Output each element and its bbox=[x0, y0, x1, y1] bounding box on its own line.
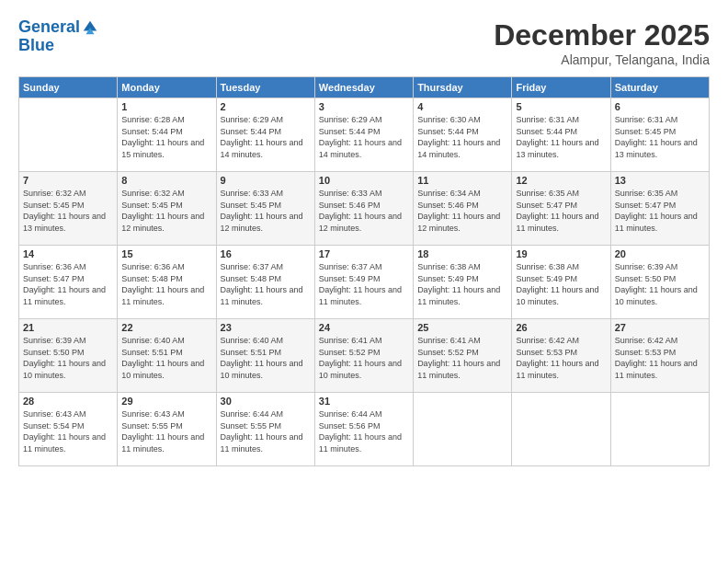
week-row-4: 21Sunrise: 6:39 AMSunset: 5:50 PMDayligh… bbox=[19, 319, 710, 393]
day-cell: 14Sunrise: 6:36 AMSunset: 5:47 PMDayligh… bbox=[19, 246, 118, 319]
day-number: 22 bbox=[121, 322, 211, 333]
col-header-saturday: Saturday bbox=[610, 77, 709, 98]
day-number: 13 bbox=[615, 175, 705, 186]
day-cell: 1Sunrise: 6:28 AMSunset: 5:44 PMDaylight… bbox=[118, 98, 216, 172]
day-number: 4 bbox=[417, 101, 507, 112]
day-cell bbox=[19, 98, 118, 172]
day-cell: 20Sunrise: 6:39 AMSunset: 5:50 PMDayligh… bbox=[610, 246, 709, 319]
logo-icon bbox=[82, 19, 98, 36]
day-cell: 17Sunrise: 6:37 AMSunset: 5:49 PMDayligh… bbox=[314, 246, 413, 319]
day-info: Sunrise: 6:35 AMSunset: 5:47 PMDaylight:… bbox=[516, 188, 606, 234]
location: Alampur, Telangana, India bbox=[494, 52, 710, 67]
day-number: 15 bbox=[121, 248, 211, 259]
day-number: 9 bbox=[221, 175, 311, 186]
day-cell bbox=[512, 393, 610, 466]
day-number: 21 bbox=[23, 322, 113, 333]
day-number: 25 bbox=[417, 322, 507, 333]
day-info: Sunrise: 6:33 AMSunset: 5:45 PMDaylight:… bbox=[221, 188, 311, 234]
day-info: Sunrise: 6:32 AMSunset: 5:45 PMDaylight:… bbox=[23, 188, 113, 234]
week-row-3: 14Sunrise: 6:36 AMSunset: 5:47 PMDayligh… bbox=[19, 246, 710, 319]
day-cell: 27Sunrise: 6:42 AMSunset: 5:53 PMDayligh… bbox=[610, 319, 709, 393]
day-cell: 25Sunrise: 6:41 AMSunset: 5:52 PMDayligh… bbox=[414, 319, 512, 393]
day-info: Sunrise: 6:38 AMSunset: 5:49 PMDaylight:… bbox=[516, 261, 606, 307]
day-info: Sunrise: 6:39 AMSunset: 5:50 PMDaylight:… bbox=[23, 335, 113, 381]
day-cell: 31Sunrise: 6:44 AMSunset: 5:56 PMDayligh… bbox=[314, 393, 413, 466]
day-info: Sunrise: 6:32 AMSunset: 5:45 PMDaylight:… bbox=[121, 188, 211, 234]
day-cell: 11Sunrise: 6:34 AMSunset: 5:46 PMDayligh… bbox=[414, 172, 512, 246]
logo: General Blue bbox=[18, 18, 98, 55]
day-info: Sunrise: 6:42 AMSunset: 5:53 PMDaylight:… bbox=[516, 335, 606, 381]
day-info: Sunrise: 6:42 AMSunset: 5:53 PMDaylight:… bbox=[615, 335, 705, 381]
title-block: December 2025 Alampur, Telangana, India bbox=[494, 18, 710, 67]
day-number: 26 bbox=[516, 322, 606, 333]
day-number: 28 bbox=[23, 396, 113, 407]
day-info: Sunrise: 6:43 AMSunset: 5:54 PMDaylight:… bbox=[23, 408, 113, 454]
week-row-1: 1Sunrise: 6:28 AMSunset: 5:44 PMDaylight… bbox=[19, 98, 710, 172]
header-row: SundayMondayTuesdayWednesdayThursdayFrid… bbox=[19, 77, 710, 98]
day-cell bbox=[610, 393, 709, 466]
day-cell: 23Sunrise: 6:40 AMSunset: 5:51 PMDayligh… bbox=[216, 319, 314, 393]
day-info: Sunrise: 6:41 AMSunset: 5:52 PMDaylight:… bbox=[319, 335, 409, 381]
day-number: 30 bbox=[221, 396, 311, 407]
day-number: 14 bbox=[23, 248, 113, 259]
day-number: 2 bbox=[221, 101, 311, 112]
day-number: 23 bbox=[221, 322, 311, 333]
day-number: 5 bbox=[516, 101, 606, 112]
logo-text-general: General bbox=[18, 18, 80, 37]
day-info: Sunrise: 6:31 AMSunset: 5:45 PMDaylight:… bbox=[615, 114, 705, 160]
day-number: 10 bbox=[319, 175, 409, 186]
day-info: Sunrise: 6:38 AMSunset: 5:49 PMDaylight:… bbox=[417, 261, 507, 307]
day-info: Sunrise: 6:36 AMSunset: 5:48 PMDaylight:… bbox=[121, 261, 211, 307]
day-cell: 2Sunrise: 6:29 AMSunset: 5:44 PMDaylight… bbox=[216, 98, 314, 172]
day-info: Sunrise: 6:43 AMSunset: 5:55 PMDaylight:… bbox=[121, 408, 211, 454]
calendar-table: SundayMondayTuesdayWednesdayThursdayFrid… bbox=[18, 76, 710, 466]
col-header-friday: Friday bbox=[512, 77, 610, 98]
day-cell: 24Sunrise: 6:41 AMSunset: 5:52 PMDayligh… bbox=[314, 319, 413, 393]
col-header-sunday: Sunday bbox=[19, 77, 118, 98]
day-number: 18 bbox=[417, 248, 507, 259]
day-cell: 16Sunrise: 6:37 AMSunset: 5:48 PMDayligh… bbox=[216, 246, 314, 319]
day-info: Sunrise: 6:35 AMSunset: 5:47 PMDaylight:… bbox=[615, 188, 705, 234]
day-info: Sunrise: 6:29 AMSunset: 5:44 PMDaylight:… bbox=[319, 114, 409, 160]
week-row-5: 28Sunrise: 6:43 AMSunset: 5:54 PMDayligh… bbox=[19, 393, 710, 466]
day-number: 24 bbox=[319, 322, 409, 333]
day-number: 7 bbox=[23, 175, 113, 186]
day-number: 11 bbox=[417, 175, 507, 186]
day-info: Sunrise: 6:34 AMSunset: 5:46 PMDaylight:… bbox=[417, 188, 507, 234]
day-cell: 12Sunrise: 6:35 AMSunset: 5:47 PMDayligh… bbox=[512, 172, 610, 246]
day-info: Sunrise: 6:37 AMSunset: 5:48 PMDaylight:… bbox=[221, 261, 311, 307]
day-cell: 22Sunrise: 6:40 AMSunset: 5:51 PMDayligh… bbox=[118, 319, 216, 393]
day-number: 12 bbox=[516, 175, 606, 186]
day-cell: 10Sunrise: 6:33 AMSunset: 5:46 PMDayligh… bbox=[314, 172, 413, 246]
day-cell: 26Sunrise: 6:42 AMSunset: 5:53 PMDayligh… bbox=[512, 319, 610, 393]
day-cell: 13Sunrise: 6:35 AMSunset: 5:47 PMDayligh… bbox=[610, 172, 709, 246]
day-cell: 21Sunrise: 6:39 AMSunset: 5:50 PMDayligh… bbox=[19, 319, 118, 393]
day-number: 17 bbox=[319, 248, 409, 259]
day-info: Sunrise: 6:39 AMSunset: 5:50 PMDaylight:… bbox=[615, 261, 705, 307]
day-cell: 30Sunrise: 6:44 AMSunset: 5:55 PMDayligh… bbox=[216, 393, 314, 466]
day-cell: 6Sunrise: 6:31 AMSunset: 5:45 PMDaylight… bbox=[610, 98, 709, 172]
day-number: 29 bbox=[121, 396, 211, 407]
col-header-tuesday: Tuesday bbox=[216, 77, 314, 98]
day-cell: 28Sunrise: 6:43 AMSunset: 5:54 PMDayligh… bbox=[19, 393, 118, 466]
day-cell: 19Sunrise: 6:38 AMSunset: 5:49 PMDayligh… bbox=[512, 246, 610, 319]
col-header-thursday: Thursday bbox=[414, 77, 512, 98]
day-number: 27 bbox=[615, 322, 705, 333]
day-info: Sunrise: 6:44 AMSunset: 5:55 PMDaylight:… bbox=[221, 408, 311, 454]
day-number: 31 bbox=[319, 396, 409, 407]
day-info: Sunrise: 6:33 AMSunset: 5:46 PMDaylight:… bbox=[319, 188, 409, 234]
day-info: Sunrise: 6:41 AMSunset: 5:52 PMDaylight:… bbox=[417, 335, 507, 381]
col-header-wednesday: Wednesday bbox=[314, 77, 413, 98]
logo-text-blue: Blue bbox=[18, 37, 98, 55]
month-title: December 2025 bbox=[494, 18, 710, 52]
day-number: 20 bbox=[615, 248, 705, 259]
day-info: Sunrise: 6:30 AMSunset: 5:44 PMDaylight:… bbox=[417, 114, 507, 160]
day-info: Sunrise: 6:29 AMSunset: 5:44 PMDaylight:… bbox=[221, 114, 311, 160]
day-info: Sunrise: 6:40 AMSunset: 5:51 PMDaylight:… bbox=[221, 335, 311, 381]
day-cell: 8Sunrise: 6:32 AMSunset: 5:45 PMDaylight… bbox=[118, 172, 216, 246]
day-number: 19 bbox=[516, 248, 606, 259]
day-cell bbox=[414, 393, 512, 466]
day-info: Sunrise: 6:28 AMSunset: 5:44 PMDaylight:… bbox=[121, 114, 211, 160]
day-number: 8 bbox=[121, 175, 211, 186]
week-row-2: 7Sunrise: 6:32 AMSunset: 5:45 PMDaylight… bbox=[19, 172, 710, 246]
